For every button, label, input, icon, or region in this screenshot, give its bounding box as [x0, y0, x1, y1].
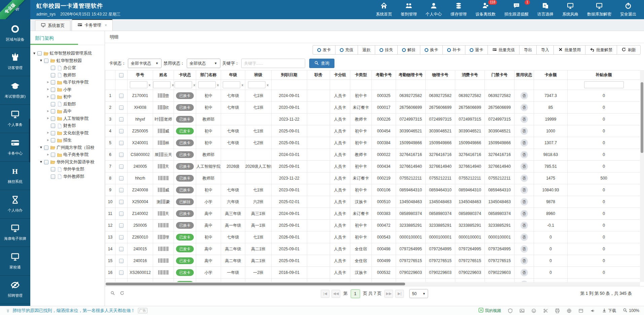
table-row[interactable]: 6CS800002展云天已换卡教师部2024-03-01人员卡教师卡000022…	[105, 149, 640, 161]
toolbar-button-换卡[interactable]: 换卡	[420, 45, 443, 55]
window-icon[interactable]	[578, 308, 583, 313]
tree-node-虹华智慧校园[interactable]: 虹华智慧校园	[33, 57, 103, 65]
clear-filter-icon[interactable]: x	[172, 83, 174, 87]
table-row[interactable]: 16XS2600012已发卡小学一年级一2班2016-09-01人员卡汉族卡00…	[105, 267, 640, 279]
row-checkbox[interactable]	[119, 259, 123, 263]
sidebar-item-梯控系统[interactable]: H 梯控系统	[0, 162, 30, 190]
first-page-button[interactable]: |◀	[321, 290, 329, 298]
toolbar-button-发卡[interactable]: 发卡	[313, 45, 335, 55]
tree-checkbox[interactable]	[51, 95, 55, 99]
tree-checkbox[interactable]	[44, 59, 48, 63]
tree-checkbox[interactable]	[51, 102, 55, 106]
shield-icon[interactable]	[508, 308, 513, 313]
nav-系统风格[interactable]: 系统风格	[562, 2, 578, 17]
column-filter-input[interactable]	[153, 81, 171, 88]
tree-checkbox[interactable]	[51, 167, 55, 171]
column-header-考勤物理卡号[interactable]: 考勤物理卡号	[396, 70, 426, 80]
column-header-消费卡号[interactable]: 消费卡号	[455, 70, 485, 80]
tree-checkbox[interactable]	[51, 117, 55, 121]
current-page-input[interactable]: 1	[351, 289, 360, 298]
row-checkbox[interactable]	[119, 164, 123, 169]
column-filter-input[interactable]	[130, 81, 147, 88]
tree-node-华外教师部[interactable]: 华外教师部	[33, 173, 103, 181]
tree-node-办公室[interactable]: 办公室	[33, 64, 103, 72]
tree-node-初中[interactable]: 初中	[33, 93, 103, 101]
clear-filter-icon[interactable]: x	[193, 83, 195, 87]
table-row[interactable]: 2XH008欣已换卡初中七年级七1班2020-09-01人员卡未订餐卡00001…	[105, 102, 640, 114]
column-header-年级[interactable]: 年级	[221, 70, 245, 80]
tree-expander-icon[interactable]	[46, 153, 50, 157]
grid-search-icon[interactable]	[110, 291, 115, 296]
column-header-物理卡号[interactable]: 物理卡号	[426, 70, 455, 80]
column-header-部门名称[interactable]: 部门名称	[196, 70, 221, 80]
clear-filter-icon[interactable]: x	[242, 83, 244, 87]
nav-签到管理[interactable]: 签到管理	[401, 2, 417, 17]
toolbar-button-批量禁用[interactable]: 批量禁用	[553, 45, 585, 55]
tree-expander-icon[interactable]	[46, 95, 50, 99]
clear-filter-icon[interactable]: x	[217, 83, 219, 87]
toolbar-button-批量充值[interactable]: 批量充值	[488, 45, 520, 55]
tree-expander-icon[interactable]	[33, 52, 36, 55]
table-row[interactable]: 8hhcrh已换卡教师部2023-11-22人员卡未订餐卡00021907552…	[105, 172, 640, 184]
sidebar-item-家校通[interactable]: 家校通	[0, 247, 30, 276]
my-video-button[interactable]: 我的视频	[478, 308, 501, 314]
table-row[interactable]: 11Z140002天已换卡高中高三年级高三1班2024-09-01人员卡未订餐卡…	[105, 208, 640, 220]
table-row[interactable]: 5X240001林已换卡初中七年级七2班2025-09-01人员卡初中卡0003…	[105, 137, 640, 149]
row-checkbox[interactable]	[119, 247, 123, 251]
toolbar-button-退款[interactable]: 退款	[358, 45, 375, 55]
column-header-卡状态[interactable]: 卡状态	[174, 70, 196, 80]
printer-icon[interactable]	[555, 308, 560, 313]
table-row[interactable]: 4Z250005威已发卡初中七年级七1班2025-09-01人员卡初中卡0004…	[105, 125, 640, 137]
toolbar-button-导出[interactable]: 导出	[519, 45, 537, 55]
column-header-职务[interactable]: 职务	[307, 70, 330, 80]
select-all-checkbox[interactable]	[119, 73, 123, 77]
tree-checkbox[interactable]	[51, 138, 55, 143]
tab-系统首页[interactable]: 系统首页	[35, 20, 70, 31]
table-row[interactable]: 14240015已发卡高中高二年级高二1班2025-09-01人员卡全住宿000…	[105, 243, 640, 255]
tree-expander-icon[interactable]	[46, 110, 50, 113]
tree-checkbox[interactable]	[51, 124, 55, 128]
tree-checkbox[interactable]	[51, 131, 55, 135]
row-checkbox[interactable]	[119, 212, 123, 216]
card-status-select[interactable]: 全部卡状态▼	[128, 59, 162, 68]
tree-node-招生[interactable]: 招生	[33, 137, 103, 144]
column-header-卡类型[interactable]: 卡类型	[350, 70, 372, 80]
row-checkbox[interactable]	[119, 188, 123, 192]
column-header-卡余额[interactable]: 卡余额	[534, 70, 568, 80]
table-row[interactable]: 17202308060已发卡小学一年级一2班2023-08-13人员卡小学卡00…	[105, 279, 640, 282]
tab-close-icon[interactable]: ×	[105, 23, 107, 28]
tree-expander-icon[interactable]	[46, 117, 50, 120]
tree-expander-icon[interactable]	[46, 81, 50, 84]
next-page-button[interactable]: ▶▶	[385, 290, 393, 298]
keyword-input[interactable]	[241, 59, 305, 68]
nav-设备离线数[interactable]: 设备离线数118	[475, 2, 496, 17]
tree-checkbox[interactable]	[44, 146, 48, 150]
tree-checkbox[interactable]	[51, 175, 55, 179]
row-checkbox[interactable]	[119, 105, 123, 110]
column-header-姓名[interactable]: 姓名	[153, 70, 174, 80]
sidebar-item-个人待办[interactable]: 个人待办	[0, 190, 30, 219]
row-checkbox[interactable]	[119, 223, 123, 228]
table-row[interactable]: 13Z260010理已发卡初中七年级七1班2026-09-01人员卡初中卡000…	[105, 231, 640, 243]
tree-expander-icon[interactable]	[46, 139, 50, 142]
search-button[interactable]: 查询	[309, 59, 334, 68]
column-header-学号[interactable]: 学号	[128, 70, 153, 80]
row-checkbox[interactable]	[119, 200, 123, 204]
tree-checkbox[interactable]	[44, 160, 48, 164]
zoom-control[interactable]: 100%	[623, 308, 639, 314]
tree-expander-icon[interactable]	[40, 160, 43, 164]
column-header-考勤卡号[interactable]: 考勤卡号	[372, 70, 396, 80]
nav-数据库加解密[interactable]: 数据库加解密	[587, 2, 611, 17]
tree-node-人工智能学院[interactable]: 人工智能学院	[33, 115, 103, 123]
tree-node-华外同文外国语学校[interactable]: 华外同文外国语学校	[33, 159, 103, 166]
clear-filter-icon[interactable]: x	[267, 83, 269, 87]
disable-status-select[interactable]: 全部状态▼	[187, 59, 220, 68]
sidebar-item-卡务中心[interactable]: 卡务中心	[0, 133, 30, 162]
toolbar-button-挂失[interactable]: 挂失	[375, 45, 398, 55]
scissors-icon[interactable]	[543, 308, 548, 313]
table-row[interactable]: 3hhyxf叶老师已换卡教师部2023-11-22人员卡教师卡000226072…	[105, 114, 640, 125]
tree-node-华外学生部[interactable]: 华外学生部	[33, 166, 103, 173]
table-row[interactable]: 7240005天已换卡人工智能学院2026级2026级人工智能2025-09-0…	[105, 161, 640, 172]
column-header-班级[interactable]: 班级	[245, 70, 272, 80]
table-row[interactable]: 10X250004测豪已解挂小学六年级六2班2025-02-01人员卡汉族卡00…	[105, 196, 640, 208]
